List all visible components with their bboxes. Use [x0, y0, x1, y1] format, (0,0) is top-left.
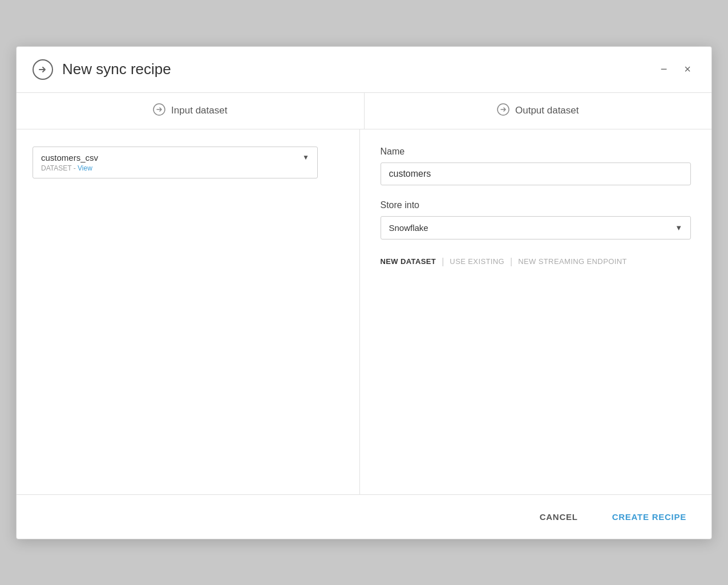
tab-separator-2: |: [510, 257, 512, 267]
output-section-label: Output dataset: [515, 105, 579, 116]
dataset-separator: -: [74, 164, 76, 172]
sync-icon: [33, 59, 53, 80]
output-section-header: Output dataset: [365, 93, 712, 129]
tab-separator-1: |: [442, 257, 444, 267]
dialog-body: customers_csv ▼ DATASET - View Name Stor…: [17, 129, 711, 494]
create-recipe-button[interactable]: CREATE RECIPE: [603, 506, 695, 527]
dataset-view-link[interactable]: View: [78, 164, 92, 172]
section-headers: Input dataset Output dataset: [17, 93, 711, 129]
dialog-footer: CANCEL CREATE RECIPE: [17, 494, 711, 539]
input-dataset-dropdown[interactable]: customers_csv ▼ DATASET - View: [33, 147, 318, 178]
tab-use-existing[interactable]: USE EXISTING: [450, 257, 504, 266]
dialog-header: New sync recipe − ×: [17, 47, 711, 93]
output-dataset-tabs: NEW DATASET | USE EXISTING | NEW STREAMI…: [381, 257, 691, 267]
input-section-icon: [153, 103, 165, 119]
header-controls: − ×: [656, 60, 695, 78]
name-label: Name: [381, 147, 691, 157]
cancel-button[interactable]: CANCEL: [531, 506, 587, 527]
tab-new-streaming-endpoint[interactable]: NEW STREAMING ENDPOINT: [518, 257, 627, 266]
dataset-name: customers_csv: [41, 153, 98, 162]
name-field-group: Name: [381, 147, 691, 200]
store-into-dropdown-wrapper: Snowflake PostgreSQL Redshift BigQuery ▼: [381, 216, 691, 239]
store-into-field-group: Store into Snowflake PostgreSQL Redshift…: [381, 200, 691, 239]
output-panel: Name Store into Snowflake PostgreSQL Red…: [360, 129, 712, 494]
close-button[interactable]: ×: [680, 60, 695, 78]
dataset-select-main: customers_csv ▼: [41, 153, 309, 162]
output-section-icon: [497, 103, 509, 119]
store-into-select[interactable]: Snowflake PostgreSQL Redshift BigQuery: [381, 217, 691, 239]
name-input[interactable]: [381, 162, 691, 185]
dataset-type-label: DATASET: [41, 164, 71, 172]
store-label: Store into: [381, 200, 691, 210]
dialog-title: New sync recipe: [62, 60, 171, 78]
input-section-label: Input dataset: [171, 105, 227, 116]
input-section-header: Input dataset: [17, 93, 365, 129]
dataset-sub: DATASET - View: [41, 164, 309, 172]
tab-new-dataset[interactable]: NEW DATASET: [381, 257, 436, 266]
input-panel: customers_csv ▼ DATASET - View: [17, 129, 360, 494]
new-sync-recipe-dialog: New sync recipe − × Input dataset: [16, 46, 712, 539]
minimize-button[interactable]: −: [656, 60, 672, 78]
dropdown-arrow-icon: ▼: [302, 153, 309, 161]
